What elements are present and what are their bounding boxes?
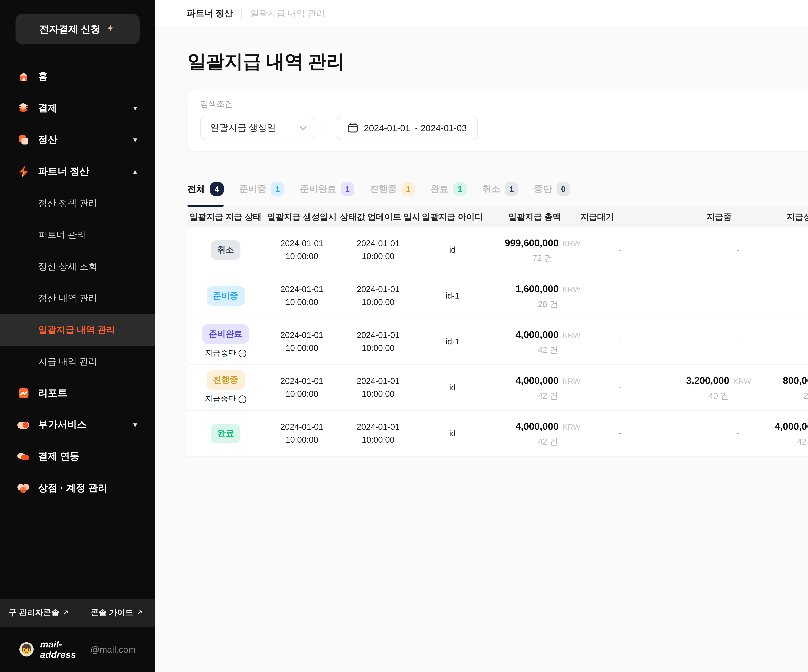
tab-준비완료[interactable]: 준비완료1 — [300, 181, 354, 200]
status-cell: 취소 — [187, 240, 264, 260]
table-row[interactable]: 취소2024-01-0110:00:002024-01-0110:00:00id… — [187, 227, 808, 273]
avatar: 👦 — [19, 642, 33, 657]
status-badge: 취소 — [211, 240, 240, 260]
paying-cell: - — [633, 243, 751, 257]
search-section-label: 검색조건 — [200, 99, 808, 110]
sidebar-subitem-label: 정산 정책 관리 — [38, 197, 97, 209]
date-range-field[interactable]: 2024-01-01 ~ 2024-01-03 — [337, 116, 478, 140]
currency-label: KRW — [733, 375, 751, 387]
table-row[interactable]: 준비완료지급중단2024-01-0110:00:002024-01-0110:0… — [187, 318, 808, 364]
tab-준비중[interactable]: 준비중1 — [239, 181, 284, 200]
account-row[interactable]: 👦 mail-address @mail.com — [0, 627, 155, 672]
tab-label: 완료 — [431, 183, 449, 195]
column-header-6: 지급중 — [633, 211, 751, 223]
search-field-select[interactable]: 일괄지급 생성일 — [200, 116, 316, 140]
table-row[interactable]: 준비중2024-01-0110:00:002024-01-0110:00:00i… — [187, 273, 808, 318]
waiting-cell: - — [581, 289, 633, 303]
column-header-3: 일괄지급 아이디 — [416, 211, 489, 223]
sidebar-item-partner-settlement[interactable]: 파트너 정산▲ — [0, 156, 155, 187]
footer-link-console-guide[interactable]: 콘솔 가이드↗ — [78, 607, 155, 619]
footer-link-legacy-console[interactable]: 구 관리자콘솔↗ — [0, 607, 77, 619]
tab-진행중[interactable]: 진행중1 — [370, 181, 415, 200]
minus-circle-icon — [239, 349, 246, 357]
list-header: 전체4준비중1준비완료1진행중1완료1취소1중단0 상태 가이드 ? 엑셀 다운… — [187, 171, 808, 200]
created-at-cell: 2024-01-0110:00:00 — [264, 237, 340, 263]
table-row[interactable]: 진행중지급중단2024-01-0110:00:002024-01-0110:00… — [187, 364, 808, 410]
sidebar-item-settlement-history[interactable]: 정산 내역 관리 — [0, 282, 155, 314]
sidebar-subitem-label: 지급 내역 관리 — [38, 356, 97, 367]
updated-at-cell: 2024-01-0110:00:00 — [340, 329, 416, 355]
status-cell: 진행중지급중단 — [187, 370, 264, 405]
search-field-value: 일괄지급 생성일 — [210, 122, 276, 134]
sidebar-nav: 홈결제▼정산▼파트너 정산▲정산 정책 관리파트너 관리정산 상세 조회정산 내… — [0, 61, 155, 504]
amount-value: 3,200,000 — [686, 373, 729, 388]
total-amount-cell: 999,600,000KRW72 건 — [489, 235, 581, 265]
sidebar-item-label: 결제 연동 — [38, 450, 80, 463]
waiting-cell: - — [581, 427, 633, 441]
sidebar-item-payments[interactable]: 결제▼ — [0, 92, 155, 124]
bulk-id-cell: id-1 — [416, 335, 489, 349]
tab-count-badge: 4 — [210, 182, 224, 196]
sidebar-item-payment-integration[interactable]: 결제 연동 — [0, 441, 155, 472]
paying-cell: - — [633, 289, 751, 303]
tab-전체[interactable]: 전체4 — [187, 181, 224, 200]
amount-value: 4,000,000 — [775, 419, 808, 434]
bulk-id-cell: id — [416, 381, 489, 394]
created-at-cell: 2024-01-0110:00:00 — [264, 375, 340, 400]
status-tabs: 전체4준비중1준비완료1진행중1완료1취소1중단0 — [187, 181, 570, 200]
chevron-down-icon — [299, 124, 307, 132]
table-body: 취소2024-01-0110:00:002024-01-0110:00:00id… — [187, 227, 808, 457]
updated-at-cell: 2024-01-0110:00:00 — [340, 283, 416, 309]
caret-up-icon: ▲ — [132, 168, 139, 175]
status-badge: 준비중 — [207, 286, 245, 306]
field-divider — [326, 119, 326, 137]
footer-link-label: 구 관리자콘솔 — [9, 607, 60, 619]
column-header-7: 지급성공 — [751, 211, 808, 223]
bulk-id-cell: id-1 — [416, 290, 489, 303]
sidebar-subitem-label: 파트너 관리 — [38, 229, 86, 241]
status-cell: 완료 — [187, 424, 264, 444]
payout-stopped-label: 지급중단 — [205, 347, 246, 359]
success-cell: - — [751, 243, 808, 257]
tab-취소[interactable]: 취소1 — [482, 181, 518, 200]
sidebar-subitem-label: 정산 내역 관리 — [38, 292, 97, 304]
currency-label: KRW — [563, 283, 581, 295]
date-range-value: 2024-01-01 ~ 2024-01-03 — [364, 123, 467, 133]
status-badge: 완료 — [211, 424, 240, 444]
count-value: 42 건 — [538, 344, 558, 357]
breadcrumb-bar: 파트너 정산 일괄지급 내역 관리 테스트 데이터 — [155, 0, 808, 27]
sidebar-item-report[interactable]: 리포트 — [0, 377, 155, 409]
amount-value: 4,000,000 — [516, 327, 559, 342]
tab-label: 준비중 — [239, 183, 266, 195]
sidebar-item-label: 결제 — [38, 102, 58, 114]
tab-count-badge: 1 — [453, 182, 467, 196]
tab-중단[interactable]: 중단0 — [534, 181, 570, 200]
sidebar-item-partner-management[interactable]: 파트너 관리 — [0, 219, 155, 251]
content: 일괄지급 내역 관리 검색조건 일괄지급 생성일 — [155, 27, 808, 672]
sidebar-item-settlement-detail[interactable]: 정산 상세 조회 — [0, 251, 155, 282]
sidebar-item-addon-service[interactable]: 부가서비스▼ — [0, 409, 155, 441]
sidebar-item-home[interactable]: 홈 — [0, 61, 155, 92]
sidebar-item-settlement-policy[interactable]: 정산 정책 관리 — [0, 187, 155, 219]
updated-at-cell: 2024-01-0110:00:00 — [340, 420, 416, 447]
total-amount-cell: 4,000,000KRW42 건 — [489, 373, 581, 403]
column-header-0: 일괄지급 지급 상태 — [187, 211, 264, 223]
tab-count-badge: 1 — [505, 182, 518, 196]
updated-at-cell: 2024-01-0110:00:00 — [340, 375, 416, 400]
count-value: 72 건 — [533, 252, 553, 265]
calendar-icon — [348, 123, 358, 133]
bulk-payout-table: 일괄지급 지급 상태일괄지급 생성일시상태값 업데이트 일시일괄지급 아이디일괄… — [187, 207, 808, 457]
sidebar-item-bulk-payout-history[interactable]: 일괄지급 내역 관리 — [0, 314, 155, 346]
amount-value: 999,600,000 — [505, 235, 559, 250]
tab-완료[interactable]: 완료1 — [431, 181, 467, 200]
sidebar-item-settlement[interactable]: 정산▼ — [0, 124, 155, 156]
table-row[interactable]: 완료2024-01-0110:00:002024-01-0110:00:00id… — [187, 410, 808, 457]
sidebar-item-payout-history[interactable]: 지급 내역 관리 — [0, 346, 155, 377]
sidebar-item-store-account[interactable]: 상점 · 계정 관리 — [0, 472, 155, 504]
count-value: 2 건 — [803, 390, 808, 403]
tab-count-badge: 1 — [271, 182, 284, 196]
tab-label: 전체 — [187, 183, 205, 195]
e-payment-apply-button[interactable]: 전자결제 신청 — [15, 14, 140, 44]
caret-down-icon: ▼ — [132, 136, 139, 143]
caret-down-icon: ▼ — [132, 105, 139, 112]
